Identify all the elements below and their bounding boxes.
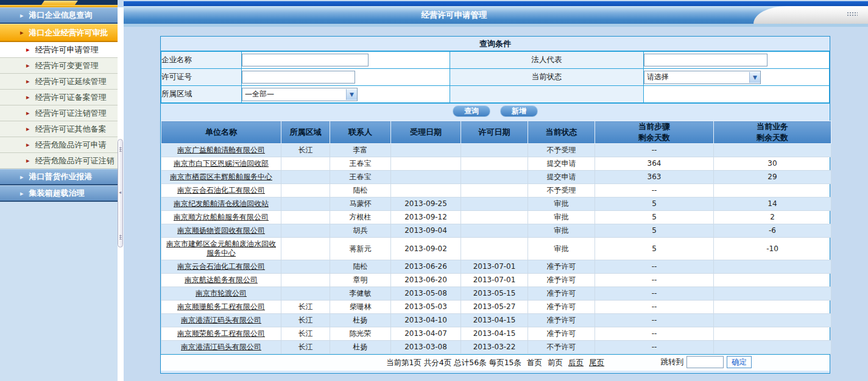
cell-license-date: [461, 171, 528, 184]
cell-region: [281, 224, 330, 238]
column-header: 当前状态: [528, 121, 595, 144]
cell-contact: 杜扬: [330, 314, 391, 327]
window-grip-icon[interactable]: [847, 12, 858, 17]
arrow-icon: ▸: [26, 157, 30, 164]
cell-accept-date: 2013-09-25: [391, 198, 461, 211]
first-page-link[interactable]: 首页: [527, 358, 542, 368]
sidebar-group-active[interactable]: ▸港口企业经营许可审批: [0, 24, 118, 42]
sidebar-subitem-6[interactable]: ▸经营危险品许可申请: [0, 137, 118, 153]
sidebar-subitem-3[interactable]: ▸经营许可证备案管理: [0, 90, 118, 105]
sidebar-item-label: 经营许可申请管理: [35, 45, 99, 55]
sidebar-subitem-0[interactable]: ▸经营许可申请管理: [0, 42, 118, 58]
company-link[interactable]: 南京顺扬物资回收有限公司: [177, 226, 265, 235]
company-link[interactable]: 南京市建邺区金元船舶废油水回收服务中心: [166, 240, 276, 257]
sidebar-splitter[interactable]: ◂: [118, 139, 123, 247]
cell-status: 审批: [528, 224, 595, 238]
cell-biz-days-left: 2: [714, 211, 831, 224]
cell-status: 准予许可: [528, 260, 595, 274]
company-link[interactable]: 南京港清江码头有限公司: [181, 343, 261, 351]
table-row: 南京纪发船舶清仓残油回收站马蒙怀2013-09-25审批514: [161, 198, 831, 211]
cell-region: [281, 211, 330, 224]
add-button[interactable]: 新增: [500, 105, 538, 117]
cell-accept-date: 2013-04-07: [391, 327, 461, 341]
search-button[interactable]: 查询: [453, 105, 490, 117]
cell-status: 准予许可: [528, 287, 595, 301]
column-header: 单位名称: [161, 121, 281, 144]
sidebar-item-bottom-0[interactable]: ▸港口普货作业报港: [0, 169, 118, 185]
cell-step-days-left: --: [595, 287, 714, 301]
company-link[interactable]: 南京纪发船舶清仓残油回收站: [174, 199, 269, 208]
cell-accept-date: [391, 184, 461, 198]
next-page-link[interactable]: 后页: [568, 358, 584, 368]
company-link[interactable]: 南京航达船务有限公司: [185, 276, 258, 284]
cell-biz-days-left: [714, 260, 831, 274]
cell-contact: 李健敏: [330, 287, 391, 301]
company-link[interactable]: 南京云合石油化工有限公司: [177, 186, 265, 194]
cell-company-name: 南京市栖霞区丰辉船舶服务中心: [161, 171, 281, 184]
cell-contact: 王春宝: [330, 171, 391, 184]
cell-accept-date: 2013-05-08: [391, 287, 461, 301]
sidebar-item-label: 港口普货作业报港: [29, 171, 93, 182]
banner-right-strip: [124, 1, 868, 6]
cell-region: 长江: [281, 341, 330, 354]
sidebar-item-bottom-1[interactable]: ▸集装箱超载治理: [0, 185, 118, 202]
cell-step-days-left: --: [595, 144, 714, 157]
company-link[interactable]: 南京顺珊船务工程有限公司: [177, 302, 265, 311]
cell-license-date: 2013-05-15: [461, 287, 528, 301]
page-title-bar: 经营许可申请管理: [124, 6, 868, 24]
company-link[interactable]: 南京港清江码头有限公司: [181, 316, 261, 324]
cell-company-name: 南京港清江码头有限公司: [161, 341, 281, 354]
company-name-input[interactable]: [242, 54, 369, 66]
cell-status: 准予许可: [528, 274, 595, 287]
cell-contact: 王春宝: [330, 157, 391, 171]
cell-status: 准予许可: [528, 327, 595, 341]
cell-contact: 蒋新元: [330, 238, 391, 260]
cell-biz-days-left: [714, 144, 831, 157]
sidebar-subitem-2[interactable]: ▸经营许可证延续管理: [0, 74, 118, 90]
arrow-icon: ▸: [20, 29, 24, 36]
legal-rep-label: 法人代表: [450, 52, 644, 69]
cell-step-days-left: 364: [595, 157, 714, 171]
prev-page-link[interactable]: 前页: [548, 358, 563, 368]
sidebar-subitem-4[interactable]: ▸经营许可证注销管理: [0, 105, 118, 121]
column-header: 许可日期: [461, 121, 528, 144]
table-row: 南京港清江码头有限公司长江杜扬2013-03-082013-03-22不予许可-…: [161, 341, 831, 354]
table-row: 南京广益船舶清舱有限公司长江李富不予受理--: [161, 144, 831, 157]
jump-to-page-group: 跳转到 确定: [661, 356, 752, 368]
grip-dots-icon: [119, 235, 122, 240]
company-link[interactable]: 南京顺方欣船舶服务有限公司: [174, 213, 269, 221]
company-link[interactable]: 南京顺荣船务工程有限公司: [177, 329, 265, 338]
table-row: 南京港清江码头有限公司长江杜扬2013-04-102013-04-15准予许可-…: [161, 314, 831, 327]
cell-status: 不予许可: [528, 341, 595, 354]
splitter-column: ◂: [118, 7, 124, 381]
cell-license-date: 2013-05-27: [461, 301, 528, 314]
cell-license-date: [461, 224, 528, 238]
empty-cell: [644, 86, 830, 103]
sidebar-item-0[interactable]: ▸港口企业信息查询: [0, 7, 118, 24]
last-page-link[interactable]: 尾页: [589, 358, 604, 368]
sidebar-subitem-7[interactable]: ▸经营危险品许可证注销: [0, 153, 118, 169]
cell-contact: 陆松: [330, 184, 391, 198]
current-status-select[interactable]: 请选择 ▼: [644, 71, 761, 84]
cell-accept-date: 2013-04-10: [391, 314, 461, 327]
sidebar-item-label: 经营许可证延续管理: [35, 76, 107, 87]
license-no-input[interactable]: [242, 71, 355, 84]
company-link[interactable]: 南京市轮渡公司: [196, 289, 247, 297]
sidebar-subitem-1[interactable]: ▸经营许可变更管理: [0, 58, 118, 74]
arrow-icon: ▸: [20, 12, 24, 19]
confirm-button[interactable]: 确定: [727, 356, 752, 368]
legal-rep-input[interactable]: [644, 54, 767, 66]
empty-cell: [450, 86, 644, 103]
company-link[interactable]: 南京市栖霞区丰辉船舶服务中心: [170, 173, 272, 181]
table-row: 南京顺扬物资回收有限公司胡兵2013-09-04审批5-6: [161, 224, 831, 238]
company-link[interactable]: 南京广益船舶清舱有限公司: [177, 146, 265, 154]
company-link[interactable]: 南京市白下区恩赐污油回收部: [174, 159, 269, 168]
cell-license-date: [461, 238, 528, 260]
cell-contact: 胡兵: [330, 224, 391, 238]
sidebar-item-label: 经营许可证其他备案: [35, 124, 107, 135]
cell-biz-days-left: [714, 341, 831, 354]
sidebar-subitem-5[interactable]: ▸经营许可证其他备案: [0, 121, 118, 137]
jump-page-input[interactable]: [686, 356, 724, 368]
region-select[interactable]: —全部— ▼: [242, 88, 358, 101]
company-link[interactable]: 南京云合石油化工有限公司: [177, 262, 265, 271]
